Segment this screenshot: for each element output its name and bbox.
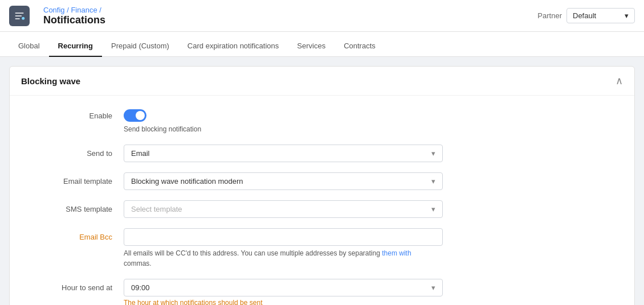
hour-label: Hour to send at [32,279,124,292]
hint-highlight: them with [382,249,411,257]
svg-rect-1 [15,15,22,17]
header-text: Config / Finance / Notifications [43,6,105,26]
hint-part2: commas. [124,259,152,267]
sms-template-control: Select template ▾ [124,200,443,218]
header: Config / Finance / Notifications Partner… [0,0,644,32]
hour-control: 09:00 ▾ The hour at which notifications … [124,279,443,305]
email-bcc-row: Email Bcc All emails will be CC'd to thi… [32,228,612,269]
tabs-bar: Global Recurring Prepaid (Custom) Card e… [0,32,644,57]
tab-services[interactable]: Services [288,36,335,57]
toggle-slider [124,109,146,122]
email-bcc-input[interactable] [124,228,443,246]
breadcrumb: Config / Finance / [43,6,105,14]
hint-part1: All emails will be CC'd to this address.… [124,249,382,257]
send-to-chevron-icon: ▾ [431,149,435,158]
tab-contracts[interactable]: Contracts [335,36,385,57]
app-container: Config / Finance / Notifications Partner… [0,0,644,305]
collapse-icon[interactable]: ∧ [616,75,623,87]
email-bcc-label: Email Bcc [32,228,124,241]
partner-label: Partner [537,11,562,20]
header-left: Config / Finance / Notifications [9,6,537,26]
tab-prepaid[interactable]: Prepaid (Custom) [102,36,178,57]
sms-template-value: Select template [131,205,182,213]
hour-value: 09:00 [131,283,150,292]
enable-label: Enable [32,107,124,120]
tab-recurring[interactable]: Recurring [49,36,102,57]
hour-hint: The hour at which notifications should b… [124,299,443,305]
email-template-value: Blocking wave notification modern [131,177,243,186]
partner-dropdown[interactable]: Default ▾ [566,8,635,23]
main-content: Blocking wave ∧ Enable Send blocking not… [0,57,644,305]
partner-value: Default [573,11,596,20]
email-template-dropdown[interactable]: Blocking wave notification modern ▾ [124,172,443,190]
svg-point-3 [22,17,25,19]
send-to-label: Send to [32,145,124,158]
header-right: Partner Default ▾ [537,8,635,23]
section-title: Blocking wave [21,76,80,86]
email-bcc-hint: All emails will be CC'd to this address.… [124,248,443,269]
app-icon [9,6,30,26]
email-template-chevron-icon: ▾ [431,177,435,186]
send-to-value: Email [131,149,150,158]
svg-rect-0 [15,13,24,14]
section-header: Blocking wave ∧ [10,67,634,96]
breadcrumb-text: Config / Finance / [43,6,101,14]
email-template-label: Email template [32,172,124,186]
hour-dropdown[interactable]: 09:00 ▾ [124,279,443,296]
send-to-control: Email ▾ [124,145,443,162]
email-bcc-control: All emails will be CC'd to this address.… [124,228,443,269]
sms-template-chevron-icon: ▾ [431,205,435,213]
enable-toggle[interactable] [124,109,146,122]
sms-template-row: SMS template Select template ▾ [32,200,612,218]
page-title: Notifications [43,14,105,26]
send-to-dropdown[interactable]: Email ▾ [124,145,443,162]
send-to-row: Send to Email ▾ [32,145,612,162]
svg-rect-2 [15,18,20,19]
sms-template-dropdown[interactable]: Select template ▾ [124,200,443,218]
enable-hint: Send blocking notification [124,124,443,134]
tab-card-expiration[interactable]: Card expiration notifications [178,36,288,57]
email-template-control: Blocking wave notification modern ▾ [124,172,443,190]
sms-template-label: SMS template [32,200,124,213]
email-template-row: Email template Blocking wave notificatio… [32,172,612,190]
hour-row: Hour to send at 09:00 ▾ The hour at whic… [32,279,612,305]
partner-chevron-icon: ▾ [625,11,629,20]
section-body: Enable Send blocking notification Send t… [10,96,634,305]
enable-control: Send blocking notification [124,107,443,134]
hour-chevron-icon: ▾ [431,283,435,292]
tab-global[interactable]: Global [9,36,49,57]
enable-row: Enable Send blocking notification [32,107,612,134]
section-card: Blocking wave ∧ Enable Send blocking not… [9,66,635,305]
